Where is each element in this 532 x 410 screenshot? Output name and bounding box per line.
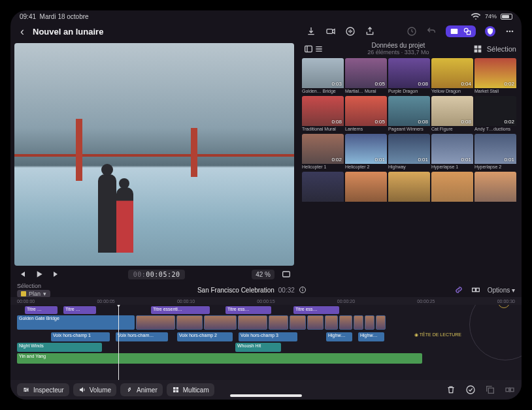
more-icon[interactable] [505,26,515,37]
svg-rect-32 [173,390,176,393]
voice-clip[interactable]: Highw… [358,332,384,341]
split-icon[interactable] [505,385,515,395]
video-clip[interactable]: Golden Gate Bridge [17,315,135,330]
plan-chip[interactable]: Plan ▾ [17,290,50,298]
zoom-level[interactable]: 42 % [252,270,274,279]
link-icon[interactable] [454,285,464,295]
video-clip[interactable] [325,315,338,330]
timeline-body[interactable]: Titre …Titre …Titre essenti…Titre ess…Ti… [10,305,522,380]
browser-clip[interactable] [388,172,430,208]
browser-clip[interactable]: 0:08Traditional Mural [302,96,344,133]
timecode[interactable]: 00:00:05:20 [128,270,186,279]
browser-clip[interactable]: 0:02Andy T…ductions [474,96,516,133]
browser-clip[interactable] [345,172,387,208]
playhead[interactable] [118,305,119,380]
battery-icon: 74% [485,13,497,20]
video-clip[interactable] [339,315,352,330]
shield-icon[interactable] [485,26,495,37]
fullscreen-icon[interactable] [281,269,291,279]
share-icon[interactable] [365,26,375,37]
video-clip[interactable] [365,315,374,330]
title-clip[interactable]: Titre essenti… [151,306,210,314]
svg-point-7 [509,31,511,33]
video-clip[interactable] [354,315,363,330]
volume-button[interactable]: Volume [73,383,116,396]
timeline-ruler[interactable]: 00:00:0000:00:0500:00:1000:00:1500:00:20… [10,297,522,305]
video-clip[interactable] [176,315,203,330]
undo-icon[interactable] [426,26,437,37]
music-clip[interactable]: Yin and Yang [17,353,422,364]
svg-point-28 [27,389,28,390]
go-end-icon[interactable] [51,269,61,279]
go-start-icon[interactable] [17,269,27,279]
video-clip[interactable] [136,315,175,330]
voiceover-icon[interactable] [345,26,356,37]
info-icon[interactable] [299,286,307,294]
play-icon[interactable] [34,269,44,279]
sidebar-toggle-icon[interactable] [303,44,314,54]
list-icon[interactable] [314,44,324,54]
video-clip[interactable] [290,315,306,330]
snapping-icon[interactable] [471,285,481,295]
video-clip[interactable] [307,315,324,330]
voice-clip[interactable]: Voix hors-champ 2 [177,332,233,341]
home-indicator[interactable] [230,394,302,397]
browser-clip[interactable]: 0:01Hyperlapse 2 [474,134,516,170]
title-clip[interactable]: Titre ess… [225,306,271,314]
title-clip[interactable]: Titre … [25,306,58,314]
browser-clip[interactable]: 0:08Cat Figure [431,96,473,133]
browser-header: Données du projet 26 éléments · 333,7 Mo… [298,40,522,57]
svg-rect-9 [283,272,290,277]
multicam-button[interactable]: Multicam [167,383,214,396]
browser-clip[interactable]: 0:08Pageant Winners [388,96,430,133]
video-clip[interactable] [204,315,237,330]
back-button[interactable]: ‹ [17,26,27,37]
history-icon[interactable] [407,26,417,37]
browser-clip[interactable]: 0:02Market Stall [474,58,516,95]
browser-clip[interactable]: 0:02Helicopter 1 [302,134,344,170]
browser-clip[interactable]: 0:01Hyperlapse 1 [431,134,473,170]
browser-clip[interactable] [474,172,516,208]
browser-clip[interactable]: 0:01Helicopter 2 [345,134,387,170]
animate-button[interactable]: Animer [120,383,163,396]
video-clip[interactable] [376,315,386,330]
browser-meta: 26 éléments · 333,7 Mo [324,49,473,55]
viewer[interactable] [14,43,294,266]
voice-clip[interactable]: Voix hors-champ 1 [51,332,110,341]
trash-icon[interactable] [446,385,456,395]
status-bar: 09:41 Mardi 18 octobre 74% [10,10,522,22]
inspector-button[interactable]: Inspecteur [17,383,69,396]
media-pill[interactable] [446,25,476,37]
browser-clip[interactable]: 0:01Highway [388,134,430,170]
browser-clip[interactable] [431,172,473,208]
video-clip[interactable] [238,315,267,330]
title-clip[interactable]: Titre … [63,306,96,314]
browser-clip[interactable]: 0:05Martial… Mural [345,58,387,95]
svg-rect-22 [472,288,475,291]
selection-label[interactable]: Sélection [487,45,516,53]
voice-clip[interactable]: Highw… [326,332,352,341]
check-icon[interactable] [465,385,476,395]
options-button[interactable]: Options ▾ [488,287,515,294]
svg-rect-37 [510,388,514,391]
svg-rect-3 [451,29,458,34]
browser-clip[interactable]: 0:05Lanterns [345,96,387,133]
browser-clip[interactable]: 0:04Yellow Dragon [431,58,473,95]
jog-wheel[interactable] [469,305,522,360]
browser-clip[interactable] [302,172,344,208]
voice-clip[interactable]: Voix hors-cham… [116,332,168,341]
camera-icon[interactable] [325,26,336,37]
browser-clip[interactable]: 0:08Purple Dragon [388,58,430,95]
browser-clip[interactable]: 0:03Golden… Bridge [302,58,344,95]
grid-icon[interactable] [473,44,483,54]
voice-clip[interactable]: Voix hors-champ 3 [239,332,297,341]
svg-rect-30 [173,387,176,390]
audio-clip[interactable]: Whoosh Hit [235,343,281,352]
status-time: 09:41 [20,13,36,20]
download-icon[interactable] [306,26,316,37]
audio-clip[interactable]: Night Winds [17,343,102,352]
svg-rect-31 [176,387,178,390]
video-clip[interactable] [269,315,288,330]
copy-icon[interactable] [485,385,495,395]
title-clip[interactable]: Titre ess… [293,306,339,314]
